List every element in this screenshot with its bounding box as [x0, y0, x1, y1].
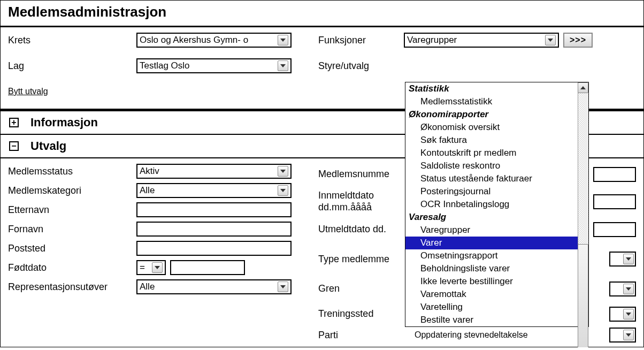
bytt-utvalg-link[interactable]: Bytt utvalg: [8, 87, 48, 96]
fodtdato-op-value: =: [140, 262, 145, 273]
chevron-down-icon: [278, 185, 288, 196]
gren-label: Gren: [318, 283, 404, 294]
svg-marker-0: [280, 39, 286, 42]
top-row-1: Krets Oslo og Akershus Gymn- o Funksjone…: [1, 27, 643, 53]
medlemskategori-value: Alle: [140, 185, 155, 196]
medlemskategori-select[interactable]: Alle: [136, 183, 292, 198]
listbox-item[interactable]: Kontoutskrift pr medlem: [405, 147, 578, 159]
chevron-down-icon: [278, 60, 288, 71]
listbox-item[interactable]: Posteringsjournal: [405, 185, 578, 198]
chevron-down-icon: [623, 309, 634, 319]
svg-marker-6: [155, 266, 160, 269]
svg-marker-11: [626, 333, 631, 337]
svg-marker-10: [626, 313, 631, 316]
chevron-down-icon: [623, 330, 634, 340]
listbox-item[interactable]: Varegrupper: [405, 224, 578, 237]
svg-marker-9: [626, 287, 631, 291]
listbox-group-head: Økonomirapporter: [405, 108, 578, 121]
oppdatering-text: Oppdatering stevnedeltakelse: [415, 330, 528, 340]
rep-select[interactable]: Alle: [136, 279, 292, 294]
chevron-down-icon: [623, 284, 634, 294]
fodtdato-label: Fødtdato: [8, 262, 136, 273]
fodtdato-input[interactable]: [170, 260, 245, 275]
informasjon-label: Informasjon: [30, 116, 98, 130]
poststed-label: Poststed: [8, 243, 136, 254]
medlemskategori-label: Medlemskategori: [8, 185, 136, 196]
collapse-icon: −: [9, 141, 19, 151]
medlemsnummer-label: Medlemsnumme: [318, 169, 404, 180]
listbox-item[interactable]: Varemottak: [405, 288, 578, 301]
rep-label: Representasjonsutøver: [8, 281, 136, 293]
medlemsnummer-input[interactable]: [593, 167, 636, 182]
svg-marker-4: [280, 170, 286, 173]
page-title: Medlemsadministrasjon: [1, 1, 643, 27]
medlemsstatus-select[interactable]: Aktiv: [136, 164, 292, 179]
top-row-2: Lag Testlag Oslo Styre/utvalg: [1, 53, 643, 79]
utmeldt-label: Utmeldtdato dd.: [318, 224, 404, 235]
svg-marker-2: [280, 64, 286, 67]
funksjoner-listbox[interactable]: StatistikkMedlemsstatistikkØkonomirappor…: [405, 82, 589, 327]
listbox-item[interactable]: Medlemsstatistikk: [405, 95, 578, 108]
chevron-down-icon: [545, 35, 556, 45]
chevron-down-icon: [152, 262, 163, 273]
svg-marker-3: [580, 86, 586, 89]
parti-label: Parti: [318, 330, 404, 341]
parti-select[interactable]: [609, 328, 636, 343]
gren-select[interactable]: [609, 281, 636, 296]
krets-label: Krets: [8, 35, 136, 46]
treningssted-label: Treningssted: [318, 308, 404, 319]
funksjoner-value: Varegrupper: [407, 35, 457, 45]
listbox-item[interactable]: Søk faktura: [405, 134, 578, 147]
fornavn-label: Fornavn: [8, 224, 136, 235]
listbox-item[interactable]: Varer: [405, 237, 578, 249]
fornavn-input[interactable]: [136, 222, 292, 237]
fodtdato-op-select[interactable]: =: [136, 260, 166, 275]
svg-marker-5: [280, 189, 286, 192]
etternavn-label: Etternavn: [8, 204, 136, 216]
chevron-down-icon: [278, 166, 288, 177]
listbox-item[interactable]: Økonomisk oversikt: [405, 121, 578, 134]
innmeldt-input[interactable]: [593, 194, 636, 209]
listbox-item[interactable]: Bestilte varer: [405, 314, 578, 326]
chevron-down-icon: [623, 254, 634, 264]
krets-value: Oslo og Akershus Gymn- o: [140, 35, 248, 45]
listbox-item[interactable]: Status utestående fakturaer: [405, 172, 578, 185]
listbox-item[interactable]: Omsetningsrapport: [405, 249, 578, 262]
treningssted-select[interactable]: [609, 307, 636, 322]
listbox-item[interactable]: OCR Innbetalingslogg: [405, 198, 578, 211]
poststed-input[interactable]: [136, 241, 292, 256]
medlemsstatus-label: Medlemsstatus: [8, 166, 136, 177]
listbox-item[interactable]: Varetelling: [405, 301, 578, 314]
rep-value: Alle: [140, 281, 155, 292]
listbox-group-head: Statistikk: [405, 82, 578, 95]
listbox-item[interactable]: Saldoliste reskontro: [405, 159, 578, 172]
krets-select[interactable]: Oslo og Akershus Gymn- o: [136, 33, 292, 48]
svg-marker-8: [626, 257, 631, 261]
lag-select[interactable]: Testlag Oslo: [136, 58, 292, 73]
medlemsstatus-value: Aktiv: [140, 166, 159, 177]
styre-label: Styre/utvalg: [318, 60, 404, 72]
typemedlem-label: Type medlemme: [318, 254, 404, 265]
svg-marker-1: [548, 39, 553, 42]
go-button[interactable]: >>>: [563, 33, 593, 48]
funksjoner-select[interactable]: Varegrupper: [404, 33, 559, 48]
lag-value: Testlag Oslo: [140, 60, 190, 71]
expand-icon: +: [9, 118, 19, 127]
lag-label: Lag: [8, 60, 136, 72]
funksjoner-label: Funksjoner: [318, 35, 404, 46]
utvalg-section-label: Utvalg: [30, 139, 66, 153]
listbox-group-head: Varesalg: [405, 211, 578, 224]
chevron-down-icon: [278, 35, 288, 45]
innmeldt-label: Innmeldtdato dd.mm.åååå: [318, 190, 404, 213]
etternavn-input[interactable]: [136, 202, 292, 217]
page-root: Medlemsadministrasjon Krets Oslo og Aker…: [0, 0, 644, 347]
utmeldt-input[interactable]: [593, 222, 636, 237]
listbox-item[interactable]: Beholdningsliste varer: [405, 262, 578, 275]
chevron-down-icon: [278, 281, 288, 292]
typemedlem-select[interactable]: [609, 252, 636, 267]
listbox-item[interactable]: Ikke leverte bestillinger: [405, 275, 578, 288]
scroll-up-button[interactable]: [578, 82, 588, 93]
scrollbar-thumb[interactable]: [578, 244, 588, 347]
svg-marker-7: [280, 285, 286, 288]
